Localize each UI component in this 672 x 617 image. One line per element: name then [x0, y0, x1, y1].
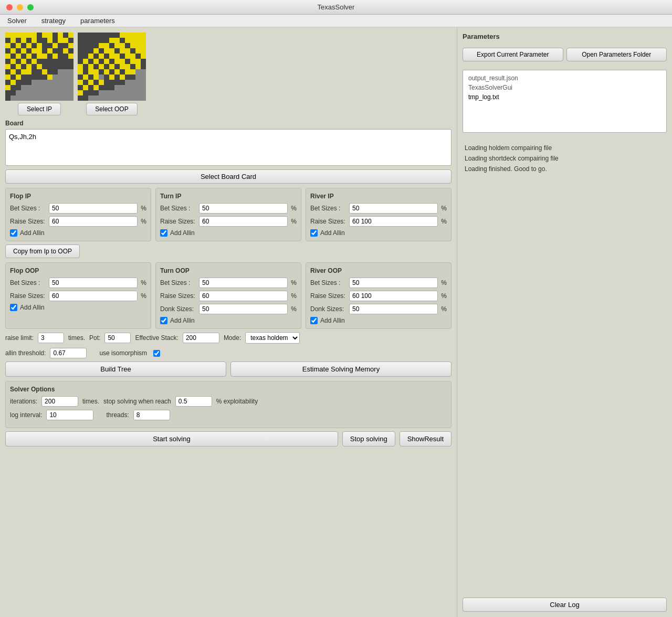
turn-ip-bet-input[interactable]	[199, 203, 288, 214]
river-oop-section: River OOP Bet Sizes : % Raise Sizes: % D…	[306, 262, 452, 329]
build-tree-button[interactable]: Build Tree	[5, 361, 226, 377]
flop-ip-raise-input[interactable]	[49, 216, 138, 227]
svg-rect-41	[10, 48, 16, 54]
close-button[interactable]	[6, 4, 13, 10]
menu-strategy[interactable]: strategy	[38, 16, 69, 26]
svg-rect-79	[5, 64, 10, 69]
copy-ip-to-oop-button[interactable]: Copy from Ip to OOP	[5, 244, 80, 258]
show-result-button[interactable]: ShowResult	[400, 431, 452, 446]
stack-input[interactable]	[183, 333, 219, 343]
svg-rect-213	[141, 64, 146, 69]
svg-rect-230	[104, 75, 109, 80]
log-interval-input[interactable]	[46, 410, 93, 420]
river-oop-title: River OOP	[310, 267, 447, 274]
svg-rect-150	[83, 43, 88, 48]
svg-rect-135	[141, 33, 146, 38]
turn-oop-allin-checkbox[interactable]	[160, 317, 167, 324]
turn-ip-raise-input[interactable]	[199, 216, 288, 227]
svg-rect-36	[52, 43, 58, 48]
svg-rect-238	[88, 80, 93, 85]
file-item-gui[interactable]: TexasSolverGui	[466, 83, 663, 92]
start-solving-button[interactable]: Start solving	[5, 431, 338, 446]
svg-rect-159	[130, 43, 135, 48]
svg-rect-167	[104, 48, 109, 54]
stop-label: stop solving when reach	[103, 398, 171, 405]
allin-threshold-input[interactable]	[50, 348, 87, 358]
river-oop-donk-input[interactable]	[349, 304, 438, 314]
maximize-button[interactable]	[27, 4, 34, 10]
svg-rect-198	[130, 59, 135, 64]
river-oop-allin-label: Add Allin	[320, 317, 345, 324]
turn-oop-allin-row: Add Allin	[160, 317, 297, 324]
svg-rect-206	[104, 64, 109, 69]
svg-rect-70	[26, 59, 32, 64]
raise-limit-label: raise limit:	[5, 334, 34, 342]
board-input[interactable]: Qs,Jh,2h	[5, 129, 452, 166]
export-param-button[interactable]: Export Current Parameter	[463, 48, 563, 61]
raise-limit-input[interactable]	[38, 333, 64, 343]
turn-oop-raise-input[interactable]	[199, 291, 288, 301]
select-oop-button[interactable]: Select OOP	[86, 103, 137, 115]
svg-rect-232	[114, 75, 120, 80]
svg-rect-148	[141, 38, 146, 43]
select-board-button[interactable]: Select Board Card	[5, 169, 452, 184]
svg-rect-174	[141, 48, 146, 54]
river-ip-allin-checkbox[interactable]	[310, 229, 318, 237]
svg-rect-134	[135, 33, 141, 38]
river-oop-raise-input[interactable]	[349, 291, 438, 301]
svg-rect-182	[114, 54, 120, 59]
svg-rect-12	[63, 33, 68, 38]
turn-ip-allin-checkbox[interactable]	[160, 229, 167, 237]
svg-rect-42	[16, 48, 21, 54]
svg-rect-249	[99, 85, 104, 90]
flop-oop-raise-input[interactable]	[49, 291, 138, 301]
file-item-tmplog[interactable]: tmp_log.txt	[466, 92, 663, 102]
menu-parameters[interactable]: parameters	[77, 16, 118, 26]
svg-rect-222	[120, 69, 125, 75]
river-oop-bet-label: Bet Sizes :	[310, 279, 347, 286]
svg-rect-69	[21, 59, 26, 64]
flop-oop-bet-input[interactable]	[49, 278, 138, 288]
svg-rect-32	[32, 43, 37, 48]
flop-ip-allin-checkbox[interactable]	[10, 229, 17, 237]
open-folder-button[interactable]: Open Parameters Folder	[566, 48, 667, 61]
mode-select[interactable]: texas holdem shortdeck	[245, 332, 300, 344]
log-line-0: Loading holdem compairing file	[465, 143, 665, 153]
flop-ip-bet-input[interactable]	[49, 203, 138, 214]
svg-rect-236	[78, 80, 83, 85]
river-ip-bet-input[interactable]	[349, 203, 438, 214]
file-item-output[interactable]: output_result.json	[466, 73, 663, 83]
turn-oop-donk-input[interactable]	[199, 304, 288, 314]
river-oop-allin-checkbox[interactable]	[310, 317, 318, 324]
select-ip-button[interactable]: Select IP	[18, 103, 61, 115]
stop-value-input[interactable]	[175, 396, 212, 407]
svg-rect-34	[42, 43, 47, 48]
svg-rect-237	[83, 80, 88, 85]
river-ip-raise-input[interactable]	[349, 216, 438, 227]
svg-rect-74	[47, 59, 52, 64]
flop-oop-allin-row: Add Allin	[10, 304, 146, 311]
svg-rect-59	[37, 54, 42, 59]
estimate-memory-button[interactable]: Estimate Solving Memory	[230, 361, 452, 377]
svg-rect-191	[93, 59, 99, 64]
svg-rect-82	[21, 64, 26, 69]
threads-input[interactable]	[133, 410, 170, 420]
flop-ip-bet-row: Bet Sizes : %	[10, 203, 146, 214]
isomorphism-checkbox[interactable]	[153, 350, 160, 357]
svg-rect-119	[5, 90, 10, 95]
river-oop-bet-pct: %	[441, 279, 447, 286]
right-panel: Parameters Export Current Parameter Open…	[457, 27, 672, 617]
menu-solver[interactable]: Solver	[4, 16, 30, 26]
svg-rect-219	[104, 69, 109, 75]
stop-solving-button[interactable]: Stop solving	[342, 431, 395, 446]
iterations-label: iterations:	[10, 398, 37, 405]
minimize-button[interactable]	[17, 4, 23, 10]
turn-oop-bet-input[interactable]	[199, 278, 288, 288]
river-oop-bet-input[interactable]	[349, 278, 438, 288]
clear-log-button[interactable]: Clear Log	[463, 598, 667, 612]
svg-rect-130	[114, 33, 120, 38]
iterations-input[interactable]	[41, 396, 78, 407]
flop-oop-allin-checkbox[interactable]	[10, 304, 17, 311]
titlebar: TexasSolver	[0, 0, 672, 15]
pot-input[interactable]	[104, 333, 131, 343]
